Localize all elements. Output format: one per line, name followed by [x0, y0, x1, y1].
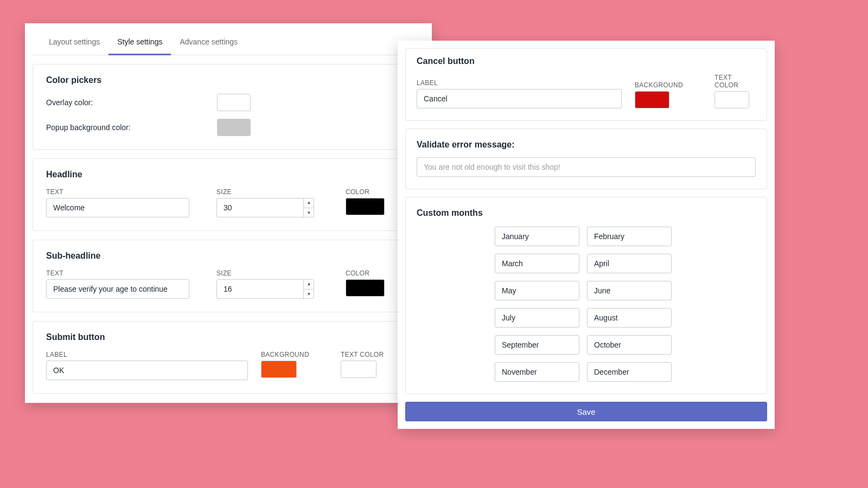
- submit-label-label: LABEL: [46, 351, 248, 358]
- subheadline-text-input[interactable]: [46, 279, 189, 299]
- subheadline-text-label: TEXT: [46, 269, 189, 277]
- month-input[interactable]: [587, 335, 672, 355]
- submit-bg-label: BACKGROUND: [261, 351, 309, 358]
- month-input[interactable]: [495, 308, 579, 328]
- cancel-label-label: LABEL: [417, 79, 622, 87]
- month-input[interactable]: [587, 362, 672, 382]
- cancel-label-input[interactable]: [417, 89, 622, 108]
- headline-section: Headline TEXT SIZE ▲ ▼ COLOR: [33, 158, 424, 231]
- spinner-down-icon[interactable]: ▼: [304, 290, 314, 299]
- submit-button-title: Submit button: [46, 332, 411, 342]
- custom-months-section: Custom months: [405, 197, 767, 394]
- subheadline-title: Sub-headline: [46, 251, 411, 261]
- overlay-color-label: Overlay color:: [46, 98, 217, 107]
- spinner-up-icon[interactable]: ▲: [304, 198, 314, 208]
- headline-color-swatch[interactable]: [346, 198, 385, 215]
- validate-error-title: Validate error message:: [417, 140, 756, 150]
- headline-color-label: COLOR: [346, 188, 385, 196]
- headline-text-input[interactable]: [46, 198, 189, 217]
- cancel-bg-label: BACKGROUND: [635, 81, 683, 89]
- subheadline-size-spinner: ▲ ▼: [303, 279, 314, 299]
- custom-months-title: Custom months: [417, 208, 756, 218]
- submit-tc-label: TEXT COLOR: [341, 351, 384, 358]
- tab-layout-settings[interactable]: Layout settings: [40, 31, 108, 55]
- month-input[interactable]: [587, 254, 672, 273]
- month-input[interactable]: [587, 281, 672, 300]
- month-input[interactable]: [495, 362, 579, 382]
- popup-bg-swatch[interactable]: [217, 119, 251, 136]
- validate-error-section: Validate error message:: [405, 129, 767, 189]
- overlay-color-swatch[interactable]: [217, 94, 251, 111]
- headline-size-input[interactable]: [216, 198, 314, 217]
- headline-title: Headline: [46, 170, 411, 179]
- tab-style-settings[interactable]: Style settings: [108, 31, 171, 55]
- headline-size-label: SIZE: [216, 188, 314, 196]
- submit-bg-swatch[interactable]: [261, 361, 297, 378]
- validate-error-input[interactable]: [417, 157, 756, 177]
- subheadline-size-label: SIZE: [216, 269, 314, 277]
- cancel-bg-swatch[interactable]: [635, 91, 669, 108]
- submit-label-input[interactable]: [46, 361, 248, 380]
- spinner-down-icon[interactable]: ▼: [304, 208, 314, 218]
- right-panel: Cancel button LABEL BACKGROUND TEXT COLO…: [398, 41, 775, 429]
- month-input[interactable]: [587, 227, 672, 246]
- cancel-button-title: Cancel button: [417, 56, 756, 66]
- tab-advance-settings[interactable]: Advance settings: [171, 31, 246, 55]
- month-input[interactable]: [495, 227, 579, 246]
- color-pickers-title: Color pickers: [46, 75, 411, 85]
- month-input[interactable]: [495, 281, 579, 300]
- color-pickers-section: Color pickers Overlay color: Popup backg…: [33, 64, 424, 150]
- headline-size-spinner: ▲ ▼: [303, 198, 314, 217]
- settings-tabs: Layout settings Style settings Advance s…: [33, 31, 424, 55]
- headline-text-label: TEXT: [46, 188, 189, 196]
- left-panel: Layout settings Style settings Advance s…: [25, 23, 432, 403]
- save-button[interactable]: Save: [405, 402, 767, 421]
- subheadline-color-label: COLOR: [346, 269, 385, 277]
- popup-bg-label: Popup background color:: [46, 123, 217, 132]
- submit-button-section: Submit button LABEL BACKGROUND TEXT COLO…: [33, 321, 424, 394]
- subheadline-section: Sub-headline TEXT SIZE ▲ ▼ COLOR: [33, 240, 424, 312]
- cancel-tc-label: TEXT COLOR: [714, 74, 756, 89]
- subheadline-size-input[interactable]: [216, 279, 314, 299]
- cancel-tc-swatch[interactable]: [714, 91, 749, 108]
- spinner-up-icon[interactable]: ▲: [304, 279, 314, 290]
- months-grid: [495, 227, 756, 382]
- submit-tc-swatch[interactable]: [341, 361, 376, 378]
- month-input[interactable]: [495, 254, 579, 273]
- month-input[interactable]: [495, 335, 579, 355]
- cancel-button-section: Cancel button LABEL BACKGROUND TEXT COLO…: [405, 48, 767, 121]
- month-input[interactable]: [587, 308, 672, 328]
- subheadline-color-swatch[interactable]: [346, 279, 385, 297]
